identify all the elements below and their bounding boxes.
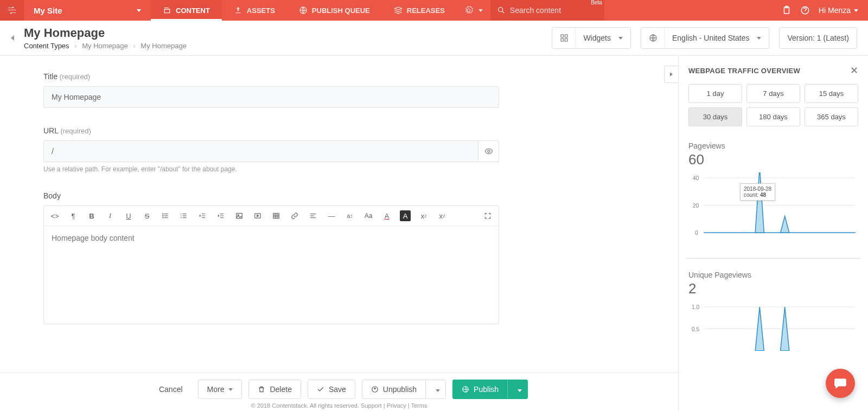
app-logo[interactable] [0,0,24,21]
page-header: My Homepage Content Types › My Homepage … [0,21,868,56]
more-button[interactable]: More [198,380,242,399]
back-button[interactable] [11,34,14,42]
range-30days[interactable]: 30 days [688,107,742,126]
unpublish-caret[interactable] [430,380,445,399]
unpublish-icon [371,386,379,393]
releases-icon [394,6,403,15]
unpublish-button[interactable]: Unpublish [362,380,446,399]
range-7days[interactable]: 7 days [746,84,800,103]
italic-icon[interactable]: I [105,210,116,221]
paragraph-icon[interactable]: ¶ [68,210,79,221]
subscript-icon[interactable]: x2 [437,210,448,221]
publish-button[interactable]: Publish [452,380,528,399]
font-size-icon[interactable]: Aa [363,210,374,221]
align-icon[interactable] [308,210,318,221]
help-button[interactable] [800,5,810,15]
sidebar-collapse-toggle[interactable] [664,66,678,83]
chart-tooltip: 2018-09-28 count: 48 [740,183,775,201]
bullet-list-icon[interactable] [160,210,171,221]
user-menu[interactable]: Hi Menza [819,6,858,15]
nav-releases[interactable]: RELEASES [382,0,457,21]
table-icon[interactable] [271,210,282,221]
crumb-homepage-type[interactable]: My Homepage [82,42,128,50]
body-label: Body [43,191,61,200]
nav-assets-label: ASSETS [247,7,275,15]
publish-caret[interactable] [512,380,527,399]
url-input[interactable] [43,140,478,162]
range-180days[interactable]: 180 days [746,107,800,126]
footer-privacy-link[interactable]: Privacy [387,402,406,409]
svg-point-1 [499,8,503,12]
crumb-content-types[interactable]: Content Types [24,42,69,50]
svg-rect-18 [183,214,187,214]
ordered-list-icon[interactable]: 123 [178,210,189,221]
svg-point-15 [162,217,163,218]
font-bg-icon[interactable]: A [400,210,411,221]
traffic-sidebar: WEBPAGE TRAFFIC OVERVIEW ✕ 1 day 7 days … [678,56,868,411]
video-icon[interactable] [252,210,263,221]
close-icon[interactable]: ✕ [850,65,858,76]
chevron-down-icon [478,9,483,12]
locale-label: English - United States [672,34,749,42]
nav-settings[interactable] [457,0,490,21]
indent-icon[interactable] [215,210,226,221]
nav-publish-queue[interactable]: PUBLISH QUEUE [287,0,382,21]
svg-rect-26 [273,213,279,218]
fullscreen-icon[interactable] [482,210,493,221]
gear-icon [464,6,473,15]
range-1day[interactable]: 1 day [688,84,742,103]
version-picker[interactable]: Version: 1 (Latest) [779,27,857,49]
link-icon[interactable] [289,210,300,221]
clipboard-icon [782,5,792,15]
chat-fab[interactable] [826,369,855,398]
nav-content[interactable]: CONTENT [151,0,222,21]
strike-icon[interactable]: S [142,210,152,221]
globe-icon [299,6,308,15]
chevron-right-icon: › [130,42,138,50]
save-button[interactable]: Save [308,380,355,399]
pageviews-metric: Pageviews 60 40 20 0 2018-09-28 count: 4… [688,142,858,245]
underline-icon[interactable]: U [123,210,134,221]
text-height-icon[interactable]: a↕ [344,210,355,221]
outdent-icon[interactable] [197,210,208,221]
footer-terms-link[interactable]: Terms [411,402,427,409]
tooltip-date: 2018-09-28 [744,186,771,192]
chevron-down-icon [436,389,440,392]
chevron-down-icon [757,37,761,40]
site-picker[interactable]: My Site [24,0,151,21]
pageviews-value: 60 [688,151,858,168]
page-title: My Homepage [24,26,187,40]
form-column: Title (required) URL (required) Use a re… [0,56,678,411]
widgets-picker[interactable]: Widgets [552,27,631,49]
clipboard-button[interactable] [782,5,792,15]
code-view-icon[interactable]: <> [49,210,60,221]
nav-assets[interactable]: ASSETS [222,0,287,21]
nav-publish-queue-label: PUBLISH QUEUE [312,7,370,15]
title-input[interactable] [43,86,499,108]
search-area[interactable]: Beta [490,0,604,21]
image-icon[interactable] [234,210,245,221]
footer-support-link[interactable]: Support [361,402,382,409]
svg-text:1.0: 1.0 [692,304,699,310]
delete-button[interactable]: Delete [248,380,301,399]
cancel-button[interactable]: Cancel [150,380,192,399]
url-hint: Use a relative path. For example, enter … [43,165,499,173]
range-15days[interactable]: 15 days [805,84,858,103]
url-preview-button[interactable] [478,140,499,162]
pageviews-chart: 40 20 0 2018-09-28 count: 48 [688,172,858,245]
pageviews-label: Pageviews [688,142,858,150]
field-url: URL (required) Use a relative path. For … [43,126,499,173]
breadcrumb: Content Types › My Homepage › My Homepag… [24,42,187,50]
range-365days[interactable]: 365 days [805,107,858,126]
globe-icon [649,34,658,42]
bold-icon[interactable]: B [86,210,97,221]
svg-point-11 [162,213,163,214]
svg-point-13 [162,215,163,216]
svg-rect-5 [561,35,564,37]
font-color-icon[interactable]: A [381,210,392,221]
hr-icon[interactable]: — [326,210,337,221]
search-input[interactable] [510,6,586,15]
locale-picker[interactable]: English - United States [641,27,769,49]
superscript-icon[interactable]: x2 [418,210,429,221]
rte-body[interactable]: Homepage body content [44,226,499,324]
